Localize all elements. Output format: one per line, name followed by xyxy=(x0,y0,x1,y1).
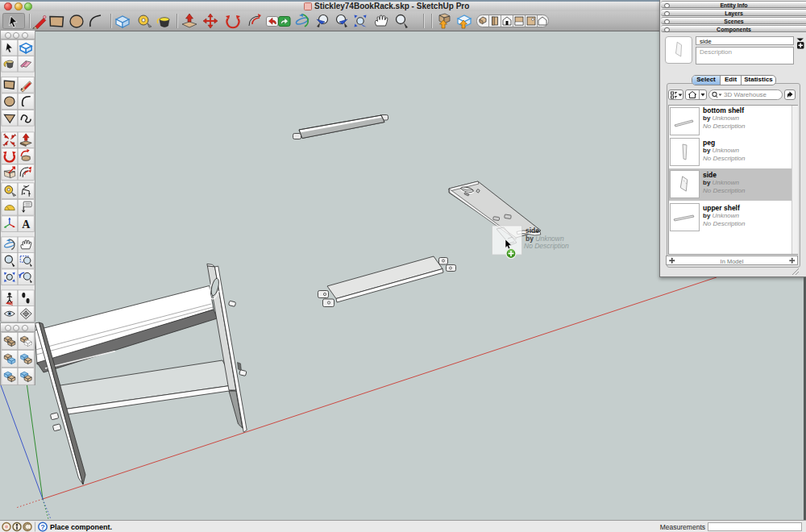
svg-text:No Description: No Description xyxy=(524,242,569,250)
svg-text:side: side xyxy=(526,227,539,235)
svg-text:3D Warehouse: 3D Warehouse xyxy=(724,91,767,98)
svg-text:A: A xyxy=(22,218,31,231)
